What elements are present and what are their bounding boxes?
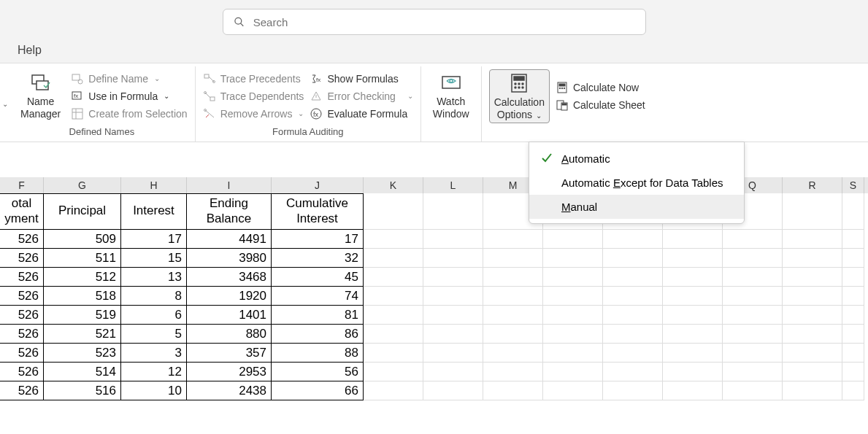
watch-window-button[interactable]: Watch Window	[429, 69, 474, 123]
table-cell[interactable]: 518	[44, 287, 121, 306]
table-cell[interactable]: 1920	[187, 287, 272, 306]
table-cell[interactable]: 526	[0, 381, 44, 400]
table-header: Cumulative Interest	[272, 193, 364, 230]
table-cell[interactable]: 526	[0, 249, 44, 268]
table-cell[interactable]: 4491	[187, 230, 272, 249]
error-checking-label: Error Checking	[327, 90, 395, 102]
table-cell[interactable]: 3980	[187, 249, 272, 268]
table-cell[interactable]: 526	[0, 268, 44, 287]
svg-point-26	[522, 83, 523, 85]
svg-rect-37	[562, 104, 566, 105]
table-cell[interactable]: 512	[44, 268, 121, 287]
table-cell[interactable]: 74	[272, 287, 364, 306]
table-cell[interactable]: 880	[187, 325, 272, 344]
remove-arrows-button[interactable]: Remove Arrows ⌄	[203, 107, 304, 120]
search-input[interactable]	[253, 16, 635, 28]
ribbon-chevron-icon[interactable]: ⌄	[0, 66, 9, 142]
calculation-options-button[interactable]: Calculation Options ⌄	[489, 69, 550, 123]
table-cell[interactable]: 526	[0, 325, 44, 344]
column-header[interactable]: G	[44, 177, 121, 193]
column-header[interactable]: K	[364, 177, 423, 193]
table-cell[interactable]: 3468	[187, 268, 272, 287]
table-cell[interactable]: 15	[121, 249, 187, 268]
create-from-selection-button[interactable]: Create from Selection	[71, 107, 187, 120]
table-cell[interactable]: 521	[44, 325, 121, 344]
svg-point-25	[518, 83, 520, 85]
table-cell[interactable]: 6	[121, 306, 187, 325]
group-label-defined-names: Defined Names	[16, 123, 188, 140]
table-row: 5265188192074	[0, 287, 868, 306]
table-cell[interactable]: 357	[187, 344, 272, 363]
column-header[interactable]: I	[187, 177, 272, 193]
column-header[interactable]: S	[842, 177, 864, 193]
column-header[interactable]: R	[783, 177, 842, 193]
table-cell[interactable]: 86	[272, 325, 364, 344]
trace-precedents-button[interactable]: Trace Precedents	[203, 72, 304, 85]
svg-rect-8	[72, 109, 82, 119]
svg-rect-11	[204, 74, 209, 78]
table-cell[interactable]: 526	[0, 287, 44, 306]
table-cell[interactable]: 516	[44, 381, 121, 400]
table-cell[interactable]: 81	[272, 306, 364, 325]
calculate-sheet-label: Calculate Sheet	[573, 99, 645, 111]
calculation-options-label: Calculation Options ⌄	[494, 96, 545, 121]
table-cell[interactable]: 88	[272, 344, 364, 363]
table-cell[interactable]: 511	[44, 249, 121, 268]
search-icon	[234, 16, 245, 28]
table-cell[interactable]: 526	[0, 306, 44, 325]
menu-item-auto-except[interactable]: Automatic Except for Data Tables	[529, 171, 744, 195]
error-checking-button[interactable]: Error Checking ⌄	[310, 90, 412, 103]
use-in-formula-button[interactable]: fx Use in Formula ⌄	[71, 90, 187, 103]
table-cell[interactable]: 13	[121, 268, 187, 287]
table-cell[interactable]: 2438	[187, 381, 272, 400]
evaluate-formula-button[interactable]: fx Evaluate Formula	[310, 107, 412, 120]
column-header[interactable]: F	[0, 177, 44, 193]
table-cell[interactable]: 45	[272, 268, 364, 287]
check-icon	[539, 152, 554, 164]
table-cell[interactable]: 17	[121, 230, 187, 249]
chevron-down-icon: ⌄	[534, 112, 542, 120]
table-cell[interactable]: 3	[121, 344, 187, 363]
calculate-now-label: Calculate Now	[573, 82, 639, 93]
column-header[interactable]: J	[272, 177, 364, 193]
svg-point-24	[515, 83, 516, 85]
column-header[interactable]: L	[423, 177, 483, 193]
table-header: Interest	[121, 193, 187, 230]
table-cell[interactable]: 509	[44, 230, 121, 249]
calculate-now-button[interactable]: Calculate Now	[556, 81, 645, 94]
table-cell[interactable]: 519	[44, 306, 121, 325]
table-cell[interactable]: 526	[0, 344, 44, 363]
table-cell[interactable]: 8	[121, 287, 187, 306]
table-cell[interactable]: 526	[0, 363, 44, 381]
table-cell[interactable]: 10	[121, 381, 187, 400]
table-cell[interactable]: 526	[0, 230, 44, 249]
table-cell[interactable]: 12	[121, 363, 187, 381]
search-box[interactable]	[223, 9, 646, 35]
menu-item-automatic[interactable]: Automatic	[529, 147, 744, 171]
menu-item-manual[interactable]: Manual	[529, 195, 744, 219]
name-manager-button[interactable]: Name Manager	[16, 69, 65, 123]
evaluate-formula-label: Evaluate Formula	[327, 108, 407, 120]
table-cell[interactable]: 514	[44, 363, 121, 381]
ribbon: ⌄ Name Manager Define Name ⌄ fx Use in F…	[0, 63, 868, 142]
svg-rect-13	[210, 97, 215, 101]
table-row: 52651412295356	[0, 363, 868, 381]
calculate-sheet-button[interactable]: Calculate Sheet	[556, 98, 645, 112]
table-row: 52650917449117	[0, 230, 868, 249]
table-cell[interactable]: 2953	[187, 363, 272, 381]
remove-arrows-icon	[203, 107, 216, 120]
table-cell[interactable]: 32	[272, 249, 364, 268]
use-in-formula-label: Use in Formula	[88, 90, 158, 102]
show-formulas-button[interactable]: fx Show Formulas	[310, 72, 412, 85]
define-name-button[interactable]: Define Name ⌄	[71, 72, 187, 85]
table-cell[interactable]: 17	[272, 230, 364, 249]
column-header[interactable]: H	[121, 177, 187, 193]
table-cell[interactable]: 66	[272, 381, 364, 400]
table-cell[interactable]: 56	[272, 363, 364, 381]
tab-help[interactable]: Help	[18, 44, 42, 56]
table-cell[interactable]: 523	[44, 344, 121, 363]
trace-dependents-button[interactable]: Trace Dependents	[203, 90, 304, 103]
table-cell[interactable]: 5	[121, 325, 187, 344]
table-cell[interactable]: 1401	[187, 306, 272, 325]
trace-dependents-label: Trace Dependents	[220, 90, 304, 102]
